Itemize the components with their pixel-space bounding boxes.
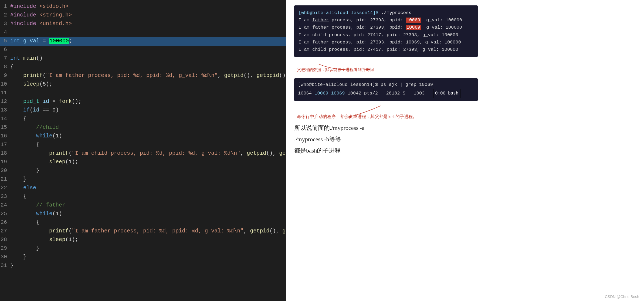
code-line-10: 10 sleep(5); xyxy=(0,80,286,89)
code-line-3: 3#include <unistd.h> xyxy=(0,20,286,29)
line-content-24: // father xyxy=(10,202,65,208)
code-line-29: 29 } xyxy=(0,245,286,253)
cn-line-3: 都是bash的子进程 xyxy=(294,147,341,154)
annotation-area-2: 命令行中启动的程序，都会变成进程，其父都是bash的子进程。 xyxy=(294,104,478,121)
code-line-1: 1#include <stdio.h> xyxy=(0,3,286,11)
line-content-25: while(1) xyxy=(10,211,62,217)
line-number-16: 16 xyxy=(0,133,10,139)
line-content-30: } xyxy=(10,254,26,260)
code-line-19: 19 sleep(1); xyxy=(0,158,286,167)
line-number-1: 1 xyxy=(0,3,10,9)
terminal-line-2: I am father process, pid: 27393, ppid: 1… xyxy=(299,25,462,30)
line-number-23: 23 xyxy=(0,193,10,199)
line-number-31: 31 xyxy=(0,262,10,269)
cn-line-2: ./myprocess -b等等 xyxy=(294,136,341,143)
annotation-text-2: 命令行中启动的程序，都会变成进程，其父都是bash的子进程。 xyxy=(297,114,417,120)
code-line-8: 8{ xyxy=(0,63,286,72)
line-number-29: 29 xyxy=(0,245,10,251)
line-content-23: { xyxy=(10,193,26,199)
line-content-10: sleep(5); xyxy=(10,81,52,87)
right-panel: [whb@bite-alicloud lesson14]$ ./myproces… xyxy=(286,0,644,301)
terminal-line-1: I am father process, pid: 27393, ppid: 1… xyxy=(299,18,462,23)
line-content-12: pid_t id = fork(); xyxy=(10,98,82,104)
code-line-31: 31} xyxy=(0,262,286,270)
annotation-area-1: 父进程的数据，默认能被子进程看到并访问 xyxy=(294,61,478,76)
code-line-21: 21 } xyxy=(0,175,286,184)
line-number-5: 5 xyxy=(0,38,10,44)
code-line-2: 2#include <string.h> xyxy=(0,11,286,20)
line-number-4: 4 xyxy=(0,29,10,35)
line-number-30: 30 xyxy=(0,254,10,260)
code-editor: 1#include <stdio.h>2#include <string.h>3… xyxy=(0,0,286,301)
code-line-5: 5int g_val = 100000; xyxy=(0,37,286,46)
line-number-25: 25 xyxy=(0,211,10,217)
code-line-4: 4 xyxy=(0,29,286,37)
code-line-24: 24 // father xyxy=(0,201,286,210)
line-number-19: 19 xyxy=(0,159,10,165)
terminal-cmd-1: ./myprocess xyxy=(378,10,411,15)
line-content-2: #include <string.h> xyxy=(10,12,72,18)
code-line-18: 18 printf("I am child process, pid: %d, … xyxy=(0,150,286,158)
line-number-6: 6 xyxy=(0,46,10,53)
watermark: CSDN @Chris-Bosh xyxy=(605,295,639,299)
code-line-17: 17 { xyxy=(0,141,286,150)
terminal-line-5: I am child process, pid: 27417, ppid: 27… xyxy=(299,47,458,52)
line-content-18: printf("I am child process, pid: %d, ppi… xyxy=(10,150,286,156)
terminal-output-1: [whb@bite-alicloud lesson14]$ ./myproces… xyxy=(294,5,478,57)
code-line-22: 22 else xyxy=(0,184,286,193)
code-line-23: 23 { xyxy=(0,193,286,201)
line-number-21: 21 xyxy=(0,176,10,182)
line-content-5: int g_val = 100000; xyxy=(10,38,72,44)
code-line-7: 7int main() xyxy=(0,55,286,63)
line-content-17: { xyxy=(10,141,39,148)
line-content-31: } xyxy=(10,262,13,269)
line-content-22: else xyxy=(10,185,36,191)
code-line-12: 12 pid_t id = fork(); xyxy=(0,98,286,106)
terminal-prompt-1: [whb@bite-alicloud lesson14]$ xyxy=(299,10,378,15)
line-content-29: } xyxy=(10,245,39,251)
line-content-14: { xyxy=(10,116,26,122)
line-number-12: 12 xyxy=(0,98,10,104)
line-number-10: 10 xyxy=(0,81,10,87)
code-line-25: 25 while(1) xyxy=(0,210,286,219)
line-content-21: } xyxy=(10,176,26,182)
line-number-11: 11 xyxy=(0,90,10,96)
line-number-9: 9 xyxy=(0,72,10,79)
line-number-22: 22 xyxy=(0,185,10,191)
line-content-20: } xyxy=(10,167,39,174)
line-number-2: 2 xyxy=(0,12,10,18)
line-content-26: { xyxy=(10,219,39,225)
code-line-13: 13 if(id == 0) xyxy=(0,106,286,115)
code-line-20: 20 } xyxy=(0,167,286,175)
code-line-6: 6 xyxy=(0,46,286,55)
annotation-text-1: 父进程的数据，默认能被子进程看到并访问 xyxy=(297,67,374,72)
line-number-7: 7 xyxy=(0,55,10,61)
ps-prompt: [whb@bite-alicloud lesson14]$ xyxy=(298,82,378,87)
code-line-11: 11 xyxy=(0,89,286,98)
cursor-token: 100000 xyxy=(49,38,69,44)
line-content-1: #include <stdio.h> xyxy=(10,3,69,9)
ps-result: 10064 10069 10069 10042 pts/2 28182 S 10… xyxy=(298,91,460,96)
code-line-15: 15 //child xyxy=(0,124,286,132)
line-number-26: 26 xyxy=(0,219,10,225)
line-number-14: 14 xyxy=(0,116,10,122)
code-line-26: 26 { xyxy=(0,219,286,227)
line-content-28: sleep(1); xyxy=(10,236,78,243)
code-line-16: 16 while(1) xyxy=(0,132,286,141)
code-line-28: 28 sleep(1); xyxy=(0,236,286,245)
ps-output-block: [whb@bite-alicloud lesson14]$ ps ajx | g… xyxy=(294,78,478,101)
terminal-line-4: I am father process, pid: 27393, ppid: 1… xyxy=(299,40,461,45)
cn-text-block: 所以说前面的./myprocess -a ./myprocess -b等等 都是… xyxy=(294,122,636,156)
line-content-8: { xyxy=(10,64,13,70)
line-number-28: 28 xyxy=(0,236,10,243)
line-number-27: 27 xyxy=(0,228,10,234)
code-line-27: 27 printf("I am father process, pid: %d,… xyxy=(0,227,286,236)
line-content-9: printf("I am father process, pid: %d, pp… xyxy=(10,72,286,79)
cn-line-1: 所以说前面的./myprocess -a xyxy=(294,124,364,131)
line-content-7: int main() xyxy=(10,55,43,61)
line-content-16: while(1) xyxy=(10,133,62,139)
code-line-9: 9 printf("I am father process, pid: %d, … xyxy=(0,72,286,80)
line-content-27: printf("I am father process, pid: %d, pp… xyxy=(10,228,286,234)
bash-box: 0:00 bash xyxy=(433,89,460,98)
line-number-18: 18 xyxy=(0,150,10,156)
